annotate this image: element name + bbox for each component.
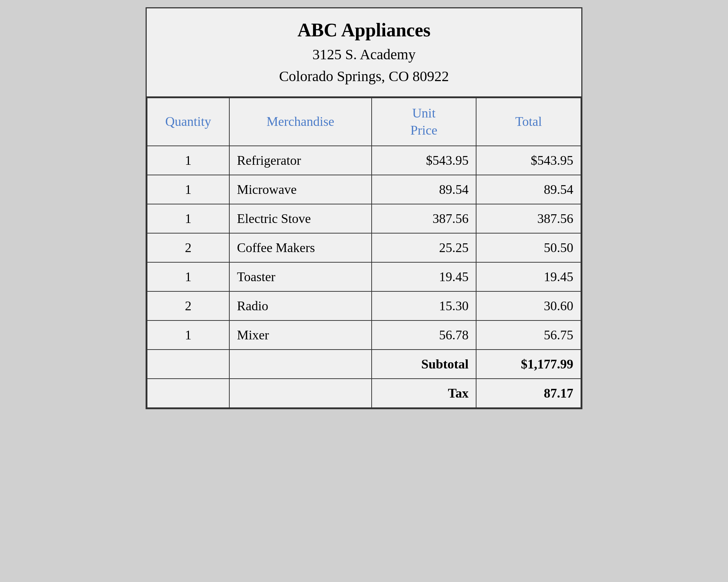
address-line1: 3125 S. Academy	[154, 44, 574, 65]
cell-total: 56.75	[476, 320, 581, 350]
invoice-container: ABC Appliances 3125 S. Academy Colorado …	[146, 7, 582, 409]
table-row: 2Radio15.3030.60	[147, 291, 581, 320]
invoice-header: ABC Appliances 3125 S. Academy Colorado …	[147, 8, 581, 97]
cell-unit-price: 56.78	[372, 320, 476, 350]
cell-merchandise: Radio	[229, 291, 371, 320]
tax-empty-qty	[147, 379, 229, 408]
company-name: ABC Appliances	[154, 19, 574, 41]
cell-merchandise: Mixer	[229, 320, 371, 350]
table-row: 2Coffee Makers25.2550.50	[147, 233, 581, 262]
col-header-quantity: Quantity	[147, 98, 229, 146]
cell-unit-price: $543.95	[372, 146, 476, 175]
tax-label: Tax	[372, 379, 476, 408]
tax-row: Tax87.17	[147, 379, 581, 408]
tax-empty-merch	[229, 379, 371, 408]
cell-quantity: 2	[147, 291, 229, 320]
cell-merchandise: Refrigerator	[229, 146, 371, 175]
table-header-row: Quantity Merchandise UnitPrice Total	[147, 98, 581, 146]
cell-quantity: 1	[147, 204, 229, 233]
col-header-merchandise: Merchandise	[229, 98, 371, 146]
cell-quantity: 2	[147, 233, 229, 262]
subtotal-empty-qty	[147, 350, 229, 379]
cell-unit-price: 25.25	[372, 233, 476, 262]
cell-total: $543.95	[476, 146, 581, 175]
cell-quantity: 1	[147, 262, 229, 291]
cell-quantity: 1	[147, 175, 229, 204]
cell-unit-price: 19.45	[372, 262, 476, 291]
address-line2: Colorado Springs, CO 80922	[154, 65, 574, 87]
cell-total: 387.56	[476, 204, 581, 233]
table-row: 1Electric Stove387.56387.56	[147, 204, 581, 233]
cell-total: 30.60	[476, 291, 581, 320]
invoice-table: Quantity Merchandise UnitPrice Total 1Re…	[147, 97, 581, 408]
cell-total: 89.54	[476, 175, 581, 204]
cell-merchandise: Microwave	[229, 175, 371, 204]
table-row: 1Toaster19.4519.45	[147, 262, 581, 291]
cell-total: 50.50	[476, 233, 581, 262]
subtotal-row: Subtotal$1,177.99	[147, 350, 581, 379]
cell-unit-price: 15.30	[372, 291, 476, 320]
cell-total: 19.45	[476, 262, 581, 291]
cell-unit-price: 387.56	[372, 204, 476, 233]
subtotal-empty-merch	[229, 350, 371, 379]
table-row: 1Mixer56.7856.75	[147, 320, 581, 350]
cell-merchandise: Toaster	[229, 262, 371, 291]
col-header-total: Total	[476, 98, 581, 146]
table-row: 1Microwave89.5489.54	[147, 175, 581, 204]
cell-merchandise: Coffee Makers	[229, 233, 371, 262]
cell-quantity: 1	[147, 320, 229, 350]
col-header-unit-price: UnitPrice	[372, 98, 476, 146]
cell-unit-price: 89.54	[372, 175, 476, 204]
subtotal-label: Subtotal	[372, 350, 476, 379]
cell-quantity: 1	[147, 146, 229, 175]
subtotal-value: $1,177.99	[476, 350, 581, 379]
cell-merchandise: Electric Stove	[229, 204, 371, 233]
table-row: 1Refrigerator$543.95$543.95	[147, 146, 581, 175]
tax-value: 87.17	[476, 379, 581, 408]
